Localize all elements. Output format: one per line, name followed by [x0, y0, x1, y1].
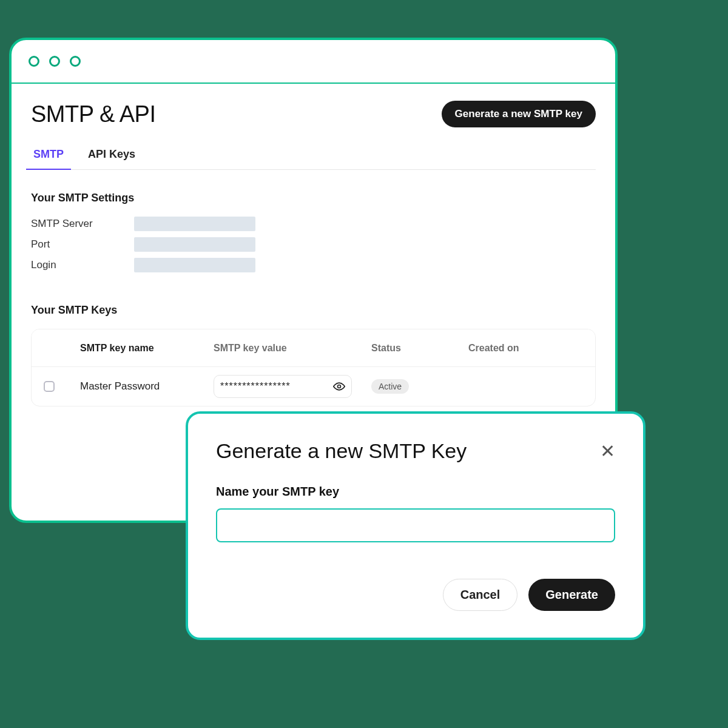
status-badge: Active — [371, 379, 409, 394]
window-control-dot[interactable] — [29, 56, 39, 67]
smtp-login-label: Login — [31, 259, 134, 271]
smtp-server-label: SMTP Server — [31, 218, 134, 230]
generate-button[interactable]: Generate — [528, 579, 615, 611]
smtp-keys-title: Your SMTP Keys — [31, 304, 596, 317]
eye-icon[interactable] — [333, 380, 345, 393]
table-row: Master Password **************** Active — [32, 367, 595, 406]
smtp-server-value — [134, 217, 255, 231]
table-header: SMTP key name SMTP key value Status Crea… — [32, 329, 595, 367]
svg-point-0 — [338, 385, 341, 388]
smtp-port-label: Port — [31, 238, 134, 251]
tab-api-keys[interactable]: API Keys — [86, 142, 138, 169]
key-name-cell: Master Password — [80, 380, 214, 393]
modal-header: Generate a new SMTP Key ✕ — [216, 439, 615, 463]
generate-smtp-key-modal: Generate a new SMTP Key ✕ Name your SMTP… — [186, 411, 645, 640]
window-control-dot[interactable] — [70, 56, 81, 67]
tab-smtp[interactable]: SMTP — [31, 142, 66, 169]
smtp-login-value — [134, 258, 255, 272]
page-content: SMTP & API Generate a new SMTP key SMTP … — [12, 84, 615, 406]
key-value-field: **************** — [214, 375, 352, 398]
generate-smtp-key-button[interactable]: Generate a new SMTP key — [442, 101, 596, 127]
window-controls — [29, 56, 81, 67]
col-created: Created on — [468, 343, 583, 354]
smtp-key-name-input[interactable] — [216, 508, 615, 542]
row-checkbox[interactable] — [44, 381, 55, 392]
cancel-button[interactable]: Cancel — [443, 579, 518, 611]
smtp-settings: SMTP Server Port Login — [31, 217, 596, 272]
col-key-name: SMTP key name — [80, 343, 214, 354]
tabs: SMTP API Keys — [31, 142, 596, 170]
key-value-masked: **************** — [220, 381, 291, 392]
window-control-dot[interactable] — [49, 56, 60, 67]
page-title: SMTP & API — [31, 101, 155, 127]
close-icon[interactable]: ✕ — [600, 442, 615, 460]
page-header: SMTP & API Generate a new SMTP key — [31, 101, 596, 127]
smtp-settings-title: Your SMTP Settings — [31, 192, 596, 204]
col-status: Status — [371, 343, 468, 354]
window-titlebar — [12, 40, 615, 84]
modal-title: Generate a new SMTP Key — [216, 439, 467, 463]
name-your-key-label: Name your SMTP key — [216, 485, 615, 499]
smtp-keys-table: SMTP key name SMTP key value Status Crea… — [31, 329, 596, 406]
smtp-port-value — [134, 237, 255, 252]
col-key-value: SMTP key value — [214, 343, 371, 354]
modal-actions: Cancel Generate — [216, 579, 615, 611]
